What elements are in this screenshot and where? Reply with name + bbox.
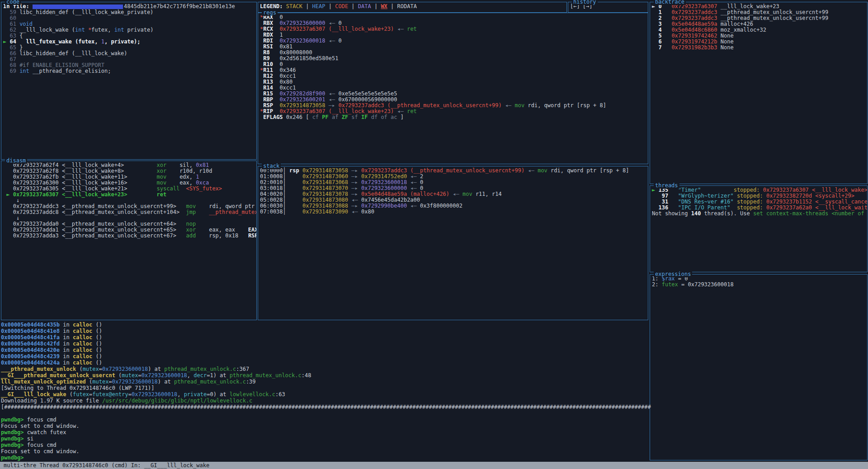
text-segment: 0x729282d8f900 <box>279 90 325 97</box>
text-line <box>1 410 650 417</box>
legend-body: LEGEND: STACK | HEAP | CODE | DATA | WX … <box>258 2 566 12</box>
text-segment: () <box>92 328 102 334</box>
stack-panel: stack 00:0000│ rsp 0x729314873058 —▸ 0x7… <box>258 166 648 320</box>
text-line: ___pthread_mutex_unlock (mutex=0x7293236… <box>1 366 650 372</box>
text-segment <box>652 21 658 27</box>
text-segment: pthread_mutex_unlock.c <box>230 372 302 379</box>
redacted-path-bar <box>33 5 123 9</box>
text-segment: af <box>329 114 342 120</box>
text-segment: 0 <box>338 38 341 44</box>
text-line: 66 libc_hidden_def (__lll_lock_wake) <box>3 51 255 57</box>
text-segment: RDI <box>263 38 273 44</box>
backtrace-panel: backtrace ► 0 0x7293237a6307 __lll_lock_… <box>650 2 868 184</box>
text-line: 0x00005e04d48c420e in calloc () <box>1 347 650 353</box>
text-segment: Downloading 1.97 K source file <box>1 398 102 404</box>
text-segment: ↓ <box>3 197 19 204</box>
text-segment: 0x7293237adda0 <__pthread_mutex_unlock_u… <box>3 221 186 227</box>
text-segment: pwndbg> <box>1 442 27 448</box>
text-segment <box>238 232 248 239</box>
expressions-panel-label: expressions <box>654 271 692 277</box>
text-segment: 0x729314873088 <box>302 203 348 209</box>
text-segment <box>662 27 672 33</box>
text-segment: 0x7293237addc3 (__pthread_mutex_unlock_u… <box>338 102 501 109</box>
text-line: 59 libc_hidden_def (__lll_lock_wake_priv… <box>3 9 255 15</box>
text-segment: __pthread_mutex_unlock_usercnt+99 <box>717 15 829 21</box>
text-segment: ◂— <box>524 167 538 174</box>
text-segment <box>652 9 658 15</box>
text-segment: pthread_mutex_unlock.c <box>174 379 246 385</box>
text-line: __GI___pthread_mutex_unlock_usercnt (mut… <box>1 372 650 379</box>
text-segment: <__lll_lock_wait> <box>815 204 867 211</box>
text-segment: () <box>92 353 102 360</box>
text-segment: HEAP <box>312 3 326 9</box>
text-segment: rsp <box>289 167 299 174</box>
text-segment: ( <box>86 379 92 385</box>
text-segment: r10d, r10d <box>179 168 212 174</box>
text-segment: ◂— <box>326 20 339 26</box>
text-segment: { <box>19 33 23 39</box>
text-segment: ◂— <box>407 179 420 185</box>
text-segment: 66 <box>3 50 19 57</box>
text-segment: cwatch futex <box>27 429 66 436</box>
text-segment: ◂— <box>394 26 407 32</box>
text-segment: mov <box>157 174 180 180</box>
text-segment: "Timer" <box>678 187 701 193</box>
text-segment: int <box>75 27 85 33</box>
text-segment: 0x3f800000002 <box>420 203 462 209</box>
text-segment: 0xcc1 <box>279 85 296 91</box>
text-segment: in <box>60 341 73 347</box>
text-segment: = <box>138 372 141 379</box>
text-segment: —▸ <box>348 191 361 197</box>
text-segment: () <box>92 341 102 347</box>
text-segment: ◂— <box>326 38 339 44</box>
text-segment: rdi, qword ptr [rsp + 8] <box>209 203 256 209</box>
text-segment: RBP <box>263 96 273 103</box>
text-segment: <syscall+29> <box>815 193 854 199</box>
text-line: *RCX 0x7293237a6307 (__lll_lock_wake+23)… <box>260 26 646 32</box>
text-segment: 0x7293237a62a0 <box>766 204 812 211</box>
text-line: EFLAGS 0x246 [ cf PF af ZF sf IF df of a… <box>260 114 646 120</box>
text-line: ► 0x7293237a6307 <__lll_lock_wake+23> re… <box>3 192 255 198</box>
text-segment: calloc <box>73 347 92 353</box>
text-line: 62 __lll_lock_wake (int *futex, int priv… <box>3 27 255 33</box>
text-segment: RIP <box>263 108 273 114</box>
text-segment: = <box>99 366 102 372</box>
text-line: LEGEND: STACK | HEAP | CODE | DATA | WX … <box>260 4 565 9</box>
text-segment: 0x729314873090 <box>302 208 348 215</box>
text-segment: ◂— <box>326 96 339 103</box>
text-segment: ) at <box>158 379 174 385</box>
text-segment: pwndbg> <box>1 429 27 436</box>
text-segment: mutex <box>92 379 108 385</box>
text-segment: 0x00005e04d48c424a <box>1 360 60 366</box>
text-segment <box>270 49 280 56</box>
text-segment: 0 <box>338 20 341 26</box>
text-segment: calloc <box>73 341 92 347</box>
text-segment: STACK <box>286 3 302 9</box>
text-segment: __lll_lock_wake+23 <box>717 3 779 9</box>
text-segment: rdi, qword ptr [rsp + 8] <box>524 102 606 109</box>
text-segment <box>662 15 672 21</box>
text-segment: RSP <box>263 102 273 109</box>
text-segment: pwndbg> <box>1 436 27 442</box>
text-segment: ( <box>66 391 73 398</box>
text-segment: xor <box>157 168 180 174</box>
text-segment: futex@entry <box>92 391 128 398</box>
text-segment: | <box>387 3 397 9</box>
text-segment: xor <box>157 162 180 168</box>
text-segment: 0x346 <box>279 67 296 73</box>
text-segment: LEGEND: <box>260 3 286 9</box>
gdb-console[interactable]: 0x00005e04d48c435b in calloc ()0x00005e0… <box>0 321 651 463</box>
text-segment: mov <box>186 203 209 209</box>
text-segment: 0x7293237addc3 <box>671 9 717 15</box>
text-segment: __pthread_force_elision; <box>29 68 111 74</box>
text-segment: R9 <box>263 55 269 62</box>
registers-panel-label: regs <box>262 9 278 16</box>
text-segment: , <box>187 372 193 379</box>
text-segment: 140 <box>691 210 701 217</box>
text-segment: si <box>27 436 33 442</box>
text-segment <box>273 32 279 38</box>
text-segment: 67 <box>3 56 19 62</box>
text-segment: private <box>184 391 207 398</box>
text-segment: | <box>302 3 312 9</box>
text-segment: 68 <box>3 62 19 68</box>
